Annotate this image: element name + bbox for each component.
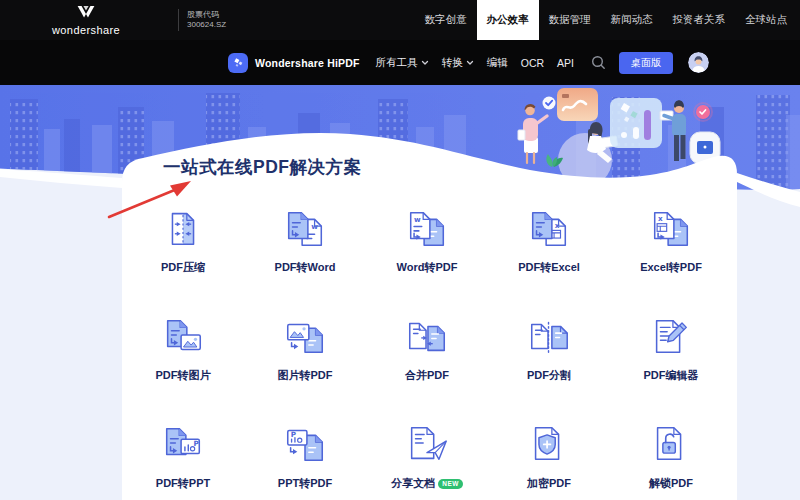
pdf-to-word-icon: w: [282, 206, 328, 252]
compress-icon: [160, 206, 206, 252]
svg-text:x: x: [555, 221, 560, 230]
protect-icon: [526, 422, 572, 468]
tool-item[interactable]: PPPT转PDF: [244, 422, 366, 500]
nav-item-label: 编辑: [487, 56, 508, 70]
tool-label: 分享文档: [391, 476, 435, 491]
chevron-down-icon: [421, 59, 429, 67]
merge-icon: [404, 314, 450, 360]
svg-text:P: P: [194, 439, 199, 448]
tool-label: Excel转PDF: [640, 260, 702, 275]
topnav-item[interactable]: 数字创意: [415, 0, 477, 40]
nav-item-label: OCR: [521, 57, 544, 69]
tool-label: PDF转Word: [275, 260, 336, 275]
desktop-version-button[interactable]: 桌面版: [619, 52, 673, 74]
corporate-nav: 数字创意办公效率数据管理新闻动态投资者关系全球站点: [415, 0, 798, 40]
tool-item[interactable]: wWord转PDF: [366, 206, 488, 314]
word-to-pdf-icon: w: [404, 206, 450, 252]
tool-item[interactable]: PPDF转PPT: [122, 422, 244, 500]
topnav-item[interactable]: 办公效率: [477, 0, 539, 40]
excel-to-pdf-icon: x: [648, 206, 694, 252]
wondershare-w-icon: [75, 4, 97, 22]
hipdf-logo-icon: [228, 53, 248, 73]
tool-item[interactable]: 加密PDF: [488, 422, 610, 500]
tool-label: Word转PDF: [397, 260, 458, 275]
wondershare-logo[interactable]: wondershare: [52, 4, 120, 36]
tool-item[interactable]: 合并PDF: [366, 314, 488, 422]
nav-item[interactable]: 转换: [442, 56, 474, 70]
tool-item[interactable]: PDF分割: [488, 314, 610, 422]
topnav-item[interactable]: 数据管理: [539, 0, 601, 40]
tool-label: 解锁PDF: [649, 476, 693, 491]
tool-item[interactable]: 分享文档NEW: [366, 422, 488, 500]
tool-item[interactable]: 图片转PDF: [244, 314, 366, 422]
nav-item-label: 转换: [442, 56, 463, 70]
tool-label: 合并PDF: [405, 368, 449, 383]
stock-label: 股票代码: [187, 10, 226, 20]
nav-item[interactable]: 编辑: [487, 56, 508, 70]
pdf-to-excel-icon: x: [526, 206, 572, 252]
tool-label: PDF分割: [527, 368, 571, 383]
tool-item[interactable]: xPDF转Excel: [488, 206, 610, 314]
nav-item-label: API: [557, 57, 574, 69]
topnav-item[interactable]: 新闻动态: [601, 0, 663, 40]
tool-label: 加密PDF: [527, 476, 571, 491]
stock-code: 300624.SZ: [187, 20, 226, 30]
tool-grid: PDF压缩wPDF转WordwWord转PDFxPDF转ExcelxExcel转…: [122, 206, 732, 500]
hipdf-brand[interactable]: Wondershare HiPDF: [228, 53, 360, 73]
tool-item[interactable]: PDF转图片: [122, 314, 244, 422]
wondershare-logo-text: wondershare: [52, 24, 120, 36]
tool-label: 图片转PDF: [278, 368, 333, 383]
tool-item[interactable]: PDF编辑器: [610, 314, 732, 422]
svg-text:w: w: [414, 215, 421, 224]
nav-item[interactable]: 所有工具: [376, 56, 429, 70]
ppt-to-pdf-icon: P: [282, 422, 328, 468]
split-icon: [526, 314, 572, 360]
chevron-down-icon: [466, 59, 474, 67]
search-icon: [591, 55, 606, 70]
brand-name: Wondershare HiPDF: [255, 57, 360, 69]
tool-item[interactable]: xExcel转PDF: [610, 206, 732, 314]
top-corporate-bar: wondershare 股票代码 300624.SZ 数字创意办公效率数据管理新…: [0, 0, 800, 40]
search-button[interactable]: [591, 55, 606, 70]
topbar-divider: [178, 9, 179, 31]
svg-text:x: x: [658, 214, 663, 223]
nav-item-label: 所有工具: [376, 56, 418, 70]
image-to-pdf-icon: [282, 314, 328, 360]
tool-label: PPT转PDF: [278, 476, 332, 491]
unlock-icon: [648, 422, 694, 468]
product-navbar: Wondershare HiPDF 所有工具转换编辑OCRAPI 桌面版: [0, 40, 800, 85]
stock-info: 股票代码 300624.SZ: [187, 10, 226, 30]
nav-item[interactable]: API: [557, 57, 574, 69]
tool-label: PDF转图片: [156, 368, 211, 383]
tool-item[interactable]: 解锁PDF: [610, 422, 732, 500]
product-menu: 所有工具转换编辑OCRAPI: [376, 56, 574, 70]
pdf-to-image-icon: [160, 314, 206, 360]
edit-icon: [648, 314, 694, 360]
share-icon: [404, 422, 450, 468]
user-avatar[interactable]: [688, 52, 709, 73]
tool-label: PDF转Excel: [518, 260, 580, 275]
nav-item[interactable]: OCR: [521, 57, 544, 69]
tool-item[interactable]: PDF压缩: [122, 206, 244, 314]
topnav-item[interactable]: 全球站点: [735, 0, 797, 40]
tool-label: PDF编辑器: [644, 368, 699, 383]
tool-label: PDF转PPT: [156, 476, 210, 491]
tool-item[interactable]: wPDF转Word: [244, 206, 366, 314]
svg-text:w: w: [311, 222, 318, 231]
tool-label: PDF压缩: [161, 260, 205, 275]
pdf-to-ppt-icon: P: [160, 422, 206, 468]
new-badge: NEW: [438, 479, 462, 489]
topnav-item[interactable]: 投资者关系: [663, 0, 736, 40]
